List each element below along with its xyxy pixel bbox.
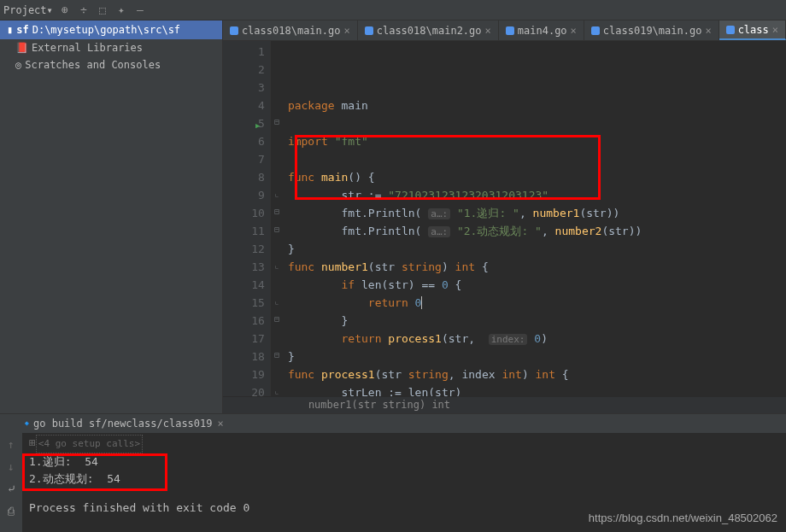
sidebar-item-external-libs[interactable]: 📕 External Libraries <box>0 39 222 56</box>
breadcrumb[interactable]: number1(str string) int <box>223 396 786 413</box>
code-line: func process1(str string, index int) int… <box>288 365 786 383</box>
top-toolbar: Project ▾ ⊕ ÷ ⬚ ✦ — <box>0 0 786 20</box>
library-icon: 📕 <box>15 42 28 54</box>
console-tab-label: go build sf/newclass/class019 <box>33 418 213 430</box>
editor-tab[interactable]: class019\main.go× <box>584 20 719 40</box>
code-line: strLen := len(str) <box>288 383 786 396</box>
breadcrumb-text: number1(str string) int <box>308 399 450 411</box>
code-line <box>288 150 786 168</box>
code-line <box>288 114 786 132</box>
code-line: import "fmt" <box>288 132 786 150</box>
go-file-icon <box>726 26 735 34</box>
editor-tabs: class018\main.go×class018\main2.go×main4… <box>223 20 786 41</box>
chevron-down-icon: ▾ <box>47 4 53 16</box>
code-line: } <box>288 312 786 330</box>
console-body: ↑ ↓ ⤶ ⎙ ⊞<4 go setup calls> 1.递归: 54 2.动… <box>0 433 786 532</box>
editor-tab[interactable]: class018\main2.go× <box>358 20 499 40</box>
project-name: sf <box>16 24 28 36</box>
tab-label: class019\main.go <box>603 25 702 37</box>
close-icon[interactable]: × <box>343 25 349 37</box>
console-gutter: ↑ ↓ ⤶ ⎙ <box>0 433 22 532</box>
tab-label: main4.go <box>518 25 567 37</box>
output-line: 1.递归: 54 <box>29 453 779 471</box>
console-panel: 🔹 go build sf/newclass/class019 × ↑ ↓ ⤶ … <box>0 413 786 532</box>
tab-label: class018\main2.go <box>377 25 482 37</box>
folder-icon: ▮ <box>7 24 13 36</box>
up-icon[interactable]: ↑ <box>8 436 15 453</box>
pin-icon[interactable]: ✦ <box>114 3 128 17</box>
code-editor[interactable]: 12345▶6789101112131415161718192021 ⊟⌞⊟⊟⌞… <box>223 41 786 396</box>
down-icon[interactable]: ↓ <box>8 459 15 476</box>
project-label: Project <box>3 4 47 16</box>
code-content[interactable]: package mainimport "fmt"func main() { st… <box>283 41 786 396</box>
editor-tab[interactable]: class018\main.go× <box>223 20 358 40</box>
divide-icon[interactable]: ÷ <box>77 3 91 17</box>
code-line: func main() { <box>288 168 786 186</box>
close-icon[interactable]: × <box>571 25 577 37</box>
editor-tab[interactable]: class× <box>719 20 786 40</box>
sidebar-item-label: External Libraries <box>32 42 143 54</box>
code-line: } <box>288 240 786 258</box>
collapse-icon[interactable]: ⊕ <box>58 3 72 17</box>
code-line: fmt.Println( a…: "2.动态规划: ", number2(str… <box>288 222 786 240</box>
fold-gutter[interactable]: ⊟⌞⊟⊟⌞⌞⊟⊟⌞⊟ <box>271 41 283 396</box>
code-line: return 0 <box>288 294 786 312</box>
folded-icon[interactable]: ⊞ <box>29 436 36 449</box>
code-line: if len(str) == 0 { <box>288 276 786 294</box>
tab-label: class018\main.go <box>242 25 341 37</box>
code-line: package main <box>288 96 786 114</box>
console-output[interactable]: ⊞<4 go setup calls> 1.递归: 54 2.动态规划: 54 … <box>22 433 786 532</box>
go-file-icon <box>365 26 373 35</box>
code-line: func number1(str string) int { <box>288 258 786 276</box>
code-line: return process1(str, index: 0) <box>288 330 786 348</box>
setup-calls: <4 go setup calls> <box>36 435 143 453</box>
close-icon[interactable]: × <box>485 25 491 37</box>
project-sidebar: ▮ sf D:\mysetup\gopath\src\sf 📕 External… <box>0 20 223 413</box>
sidebar-item-label: Scratches and Consoles <box>25 59 161 71</box>
close-icon[interactable]: × <box>218 418 224 430</box>
project-root[interactable]: ▮ sf D:\mysetup\gopath\src\sf <box>0 20 222 39</box>
group-icon[interactable]: ⬚ <box>96 3 109 17</box>
print-icon[interactable]: ⎙ <box>8 503 15 520</box>
go-file-icon <box>230 26 238 35</box>
watermark: https://blog.csdn.net/weixin_48502062 <box>589 510 777 527</box>
editor-area: class018\main.go×class018\main2.go×main4… <box>223 20 786 413</box>
go-file-icon <box>506 26 514 35</box>
scratch-icon: ◎ <box>15 59 21 71</box>
close-icon[interactable]: × <box>772 24 778 36</box>
console-tab[interactable]: 🔹 go build sf/newclass/class019 × <box>0 414 786 433</box>
wrap-icon[interactable]: ⤶ <box>7 481 16 498</box>
go-icon: 🔹 <box>21 418 33 430</box>
project-dropdown[interactable]: Project ▾ <box>3 4 53 16</box>
close-icon[interactable]: × <box>705 25 711 37</box>
expand-icon[interactable]: — <box>133 3 147 17</box>
go-file-icon <box>591 26 600 35</box>
sidebar-item-scratches[interactable]: ◎ Scratches and Consoles <box>0 56 222 73</box>
editor-tab[interactable]: main4.go× <box>499 20 584 40</box>
main-area: ▮ sf D:\mysetup\gopath\src\sf 📕 External… <box>0 20 786 413</box>
line-gutter: 12345▶6789101112131415161718192021 <box>223 41 271 396</box>
code-line: fmt.Println( a…: "1.递归: ", number1(str)) <box>288 204 786 222</box>
output-line: 2.动态规划: 54 <box>29 471 779 488</box>
tab-label: class <box>738 24 769 36</box>
code-line: str := "7210231231232031203123" <box>288 186 786 204</box>
code-line: } <box>288 348 786 365</box>
project-path-text: D:\mysetup\gopath\src\sf <box>32 24 180 36</box>
